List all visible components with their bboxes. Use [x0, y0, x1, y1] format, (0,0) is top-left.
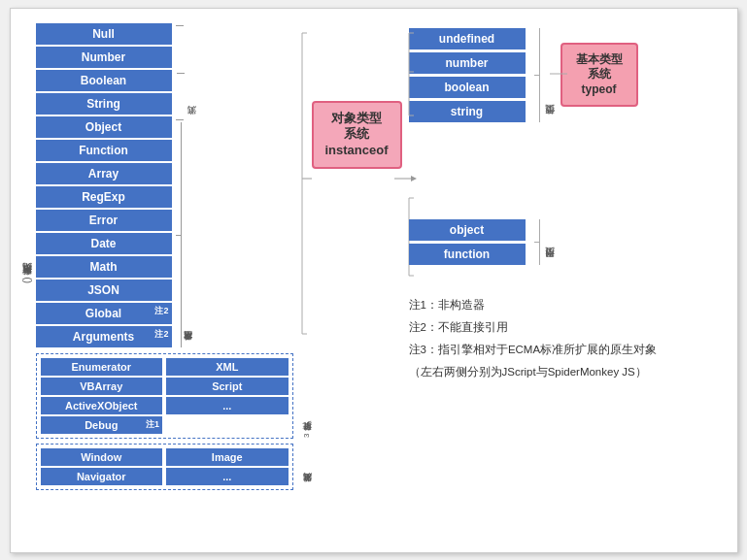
- list-item-regexp: RegExp: [36, 186, 172, 208]
- item-undefined: undefined: [409, 28, 526, 49]
- list-item-global: Global注2: [36, 303, 172, 324]
- right-bottom-list: object function: [409, 219, 526, 265]
- notes-section: 注1：非构造器 注2：不能直接引用 注3：指引擎相对于ECMA标准所扩展的原生对…: [409, 294, 728, 383]
- list-item-null: Null: [36, 23, 172, 45]
- sub-col-2: XML Script ...: [166, 358, 289, 434]
- item-object: object: [409, 219, 526, 241]
- item-function: function: [409, 244, 526, 265]
- list-item-boolean: Boolean: [36, 70, 172, 91]
- main-list: Null Number Boolean String Object Functi…: [36, 23, 172, 347]
- sub-section-2: Window Navigator Image ... 浏览器对象: [36, 444, 293, 490]
- sub-item-ellipsis1: ...: [166, 397, 289, 414]
- right-top-section: undefined number boolean string 值类型 基本类型…: [409, 28, 728, 122]
- note-1: 注1：非构造器: [409, 294, 728, 316]
- list-item-string: String: [36, 93, 172, 115]
- left-vertical-label: 宿主对象(浏览器): [20, 23, 34, 538]
- list-item-number: Number: [36, 47, 172, 68]
- note-2: 注2：不能直接引用: [409, 316, 728, 339]
- right-top-list: undefined number boolean string: [409, 28, 526, 122]
- sub-col-4: Image ...: [166, 448, 289, 485]
- list-item-object: Object: [36, 116, 172, 138]
- sub-col-1: Enumerator VBArray ActiveXObject Debug注1: [41, 358, 163, 434]
- ref-type-label: 引用类型: [543, 219, 557, 265]
- typeof-box: 基本类型 系统 typeof: [560, 43, 638, 108]
- list-item-function: Function: [36, 140, 172, 161]
- left-panel: 宿主对象(浏览器) Null Number Boolean String Obj…: [20, 23, 302, 538]
- sub-item-ellipsis2: ...: [166, 468, 289, 485]
- list-item-json: JSON: [36, 280, 172, 301]
- sub-item-vbarray: VBArray: [41, 378, 163, 395]
- page-wrapper: 宿主对象(浏览器) Null Number Boolean String Obj…: [10, 8, 738, 553]
- sub-section-1: Enumerator VBArray ActiveXObject Debug注1…: [36, 353, 293, 439]
- sub-item-activexobject: ActiveXObject: [41, 397, 163, 414]
- value-type-label: 值类型: [543, 28, 557, 122]
- sub-item-image: Image: [166, 448, 289, 466]
- right-bottom-section: object function 引用类型: [409, 219, 728, 265]
- list-item-math: Math: [36, 256, 172, 278]
- sub-item-enumerator: Enumerator: [41, 358, 163, 376]
- item-string: string: [409, 101, 526, 122]
- sub-item-debug: Debug注1: [41, 416, 163, 434]
- list-item-array: Array: [36, 163, 172, 184]
- sub-item-window: Window: [41, 448, 163, 466]
- note-3: 注3：指引擎相对于ECMA标准所扩展的原生对象: [409, 339, 728, 361]
- note-3b: （左右两侧分别为JScript与SpiderMonkey JS）: [409, 361, 728, 383]
- instanceof-box: 对象类型 系统 instanceof: [312, 101, 402, 170]
- sub-item-xml: XML: [166, 358, 289, 376]
- list-item-error: Error: [36, 210, 172, 231]
- middle-connector: 对象类型 系统 instanceof: [302, 23, 409, 538]
- right-panel: undefined number boolean string 值类型 基本类型…: [409, 23, 728, 538]
- bracket-area: 浏览 宿主对象继承: [176, 23, 263, 347]
- connector-lines-svg: [302, 23, 409, 431]
- ref-type-bracket: [528, 219, 540, 265]
- sub-col-3: Window Navigator: [41, 448, 163, 485]
- list-item-arguments: Arguments注2: [36, 326, 172, 347]
- item-number: number: [409, 52, 526, 74]
- item-boolean: boolean: [409, 77, 526, 98]
- sub-item-script: Script: [166, 378, 289, 395]
- sub-item-navigator: Navigator: [41, 468, 163, 485]
- value-type-bracket: [528, 28, 540, 122]
- list-item-date: Date: [36, 233, 172, 254]
